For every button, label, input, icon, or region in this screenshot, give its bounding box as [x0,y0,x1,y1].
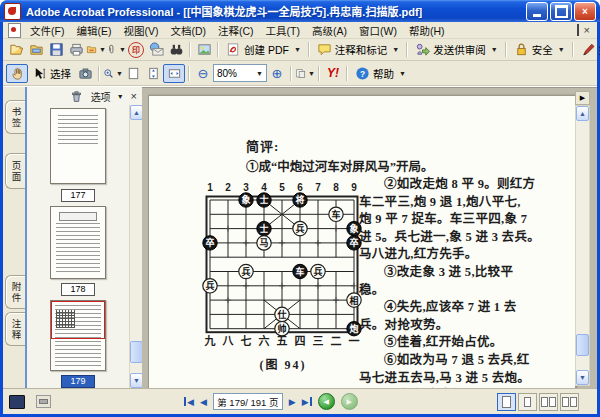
page-thumbnail-label[interactable]: 178 [61,283,94,296]
folder-drop-button[interactable]: ▼ [86,41,106,58]
organizer-button[interactable] [26,41,46,58]
menu-item-文[interactable]: 文件(F) [24,25,70,37]
page-text-line: 兵。对抢攻势。 [359,317,576,335]
next-page-button[interactable]: ▶ [289,397,296,407]
single-page-view-button[interactable] [497,393,516,411]
zoom-tool-icon [103,66,114,81]
stamp-button[interactable]: 印 [126,41,146,58]
minimize-button[interactable] [526,2,548,21]
pen-icon [581,42,596,57]
board-piece-black: 士 [257,221,271,235]
sidebar-tab-页面[interactable]: 页面 [5,153,25,189]
menu-item-注[interactable]: 注释(C) [212,25,260,37]
comment-markup-button[interactable]: 注释和标记▼ [313,41,403,59]
hand-icon [10,66,25,81]
comment-icon [317,42,332,57]
attach-icon [106,42,117,57]
board-piece-black: 象 [239,193,253,207]
pane-options-icon[interactable] [36,395,51,408]
first-page-button[interactable]: ◀ [184,397,194,407]
facing-view-button[interactable] [560,393,579,411]
page-text-line: 炮 9 平 7 捉车。车三平四,象 7 [359,211,576,229]
page-thumbnail-178[interactable] [50,206,106,279]
fit-page-button[interactable] [143,65,163,82]
svg-text:炮: 炮 [349,323,358,334]
page-text-line: 车二平三,炮 9 退 1,炮八平七, [359,194,576,212]
current-view-rectangle [51,301,105,339]
yahoo-button[interactable]: Y! [323,65,343,82]
zoom-level-combo[interactable]: 80%▼ [213,64,267,82]
pictures-button[interactable] [194,41,214,58]
fit-width-button[interactable] [163,64,185,83]
print-button[interactable] [66,41,86,58]
menu-item-编[interactable]: 编辑(E) [70,25,117,37]
zoom-tool[interactable]: ▼ [103,65,123,82]
sign-button[interactable]: 签名▼ [577,41,600,59]
search-button[interactable] [166,41,186,58]
page-thumbnail-label[interactable]: 179 [61,375,94,388]
toolbar-separator [189,42,191,57]
menu-item-工[interactable]: 工具(T) [260,25,306,37]
panel-scrollbar[interactable]: ▲ ▼ [129,105,143,388]
attach-button[interactable]: ▼ [106,41,126,58]
last-page-button[interactable]: ▶ [302,397,312,407]
pictures-icon [197,42,212,57]
actual-size-button[interactable] [123,65,143,82]
menu-item-高[interactable]: 高级(A) [306,25,353,37]
sidebar-tab-附件[interactable]: 附件 [5,275,25,309]
previous-view-button[interactable]: ◀ [318,393,335,410]
zoom-in-button[interactable]: ⊕ [267,65,287,82]
svg-text:九: 九 [204,334,216,347]
page-thumbnail-179[interactable] [50,300,106,371]
document-scrollbar-thumb[interactable] [576,334,589,356]
save-button[interactable] [46,41,66,58]
menu-item-文[interactable]: 文档(D) [164,25,212,37]
stamp-icon: 印 [128,42,144,58]
page-thumbnail-177[interactable] [50,108,106,184]
review-icon [415,42,430,57]
pdf-doc-icon[interactable] [8,23,21,38]
select-tool[interactable]: 选择 [28,64,75,82]
scroll-down-icon[interactable]: ▼ [576,370,589,385]
scroll-up-icon[interactable]: ▲ [576,106,589,121]
maximize-button[interactable] [550,2,572,21]
zoom-out-button[interactable]: ⊖ [193,65,213,82]
zoom-level-value: 80% [217,68,252,79]
previous-page-button[interactable]: ◀ [200,397,207,407]
close-button[interactable]: × [574,2,596,21]
snapshot-tool[interactable] [75,65,95,82]
svg-text:六: 六 [259,334,270,347]
document-scrollbar[interactable]: ▲ ▼ [575,105,590,386]
open-button[interactable] [6,41,26,58]
continuous-facing-view-button[interactable] [539,393,558,411]
page-layout-button[interactable]: ▼ [295,65,315,82]
security-button[interactable]: 安全▼ [510,41,569,59]
page-text-line: ④失先,应该卒 7 进 1 去 [359,299,576,317]
menu-item-帮[interactable]: 帮助(H) [403,25,451,37]
page-indicator-input[interactable]: 第 179/ 191 页 [213,393,283,410]
send-review-button[interactable]: 发送供审阅▼ [411,41,501,59]
panel-options-button[interactable]: 选项 [91,89,111,104]
doc-close-button[interactable]: × [584,24,590,36]
sidebar-tab-书签[interactable]: 书签 [5,100,25,134]
email-button[interactable] [146,41,166,58]
menu-item-视[interactable]: 视图(V) [117,25,164,37]
panel-close-button[interactable]: × [131,90,137,102]
organizer-icon [29,42,44,57]
next-view-button[interactable]: ▶ [341,393,358,410]
xiangqi-board-diagram: 123456789象士将车士兵象卒马卒兵车兵兵相仕帅炮九八七六五四三二一 [201,180,365,352]
continuous-view-button[interactable] [518,393,537,411]
delete-pages-button[interactable] [67,88,87,105]
menu-item-窗[interactable]: 窗口(W) [353,25,403,37]
fit-page-icon [146,66,161,81]
help-button[interactable]: ?帮助▼ [351,64,410,82]
create-pdf-button[interactable]: 创建 PDF▼ [222,41,305,59]
pane-view-icon[interactable] [9,395,25,409]
sidebar-tab-注释[interactable]: 注释 [5,312,25,346]
chevron-down-icon: ▼ [119,46,126,53]
pdf-page: 简评: ①成“中炮过河车对屏风马”开局。 123456789象士将车士兵象卒马卒… [148,95,576,388]
doc-restore-button[interactable] [577,25,579,35]
pane-toggle-arrow-button[interactable]: ▶ [575,91,590,105]
hand-tool[interactable] [6,64,28,83]
page-thumbnail-label[interactable]: 177 [61,189,94,202]
